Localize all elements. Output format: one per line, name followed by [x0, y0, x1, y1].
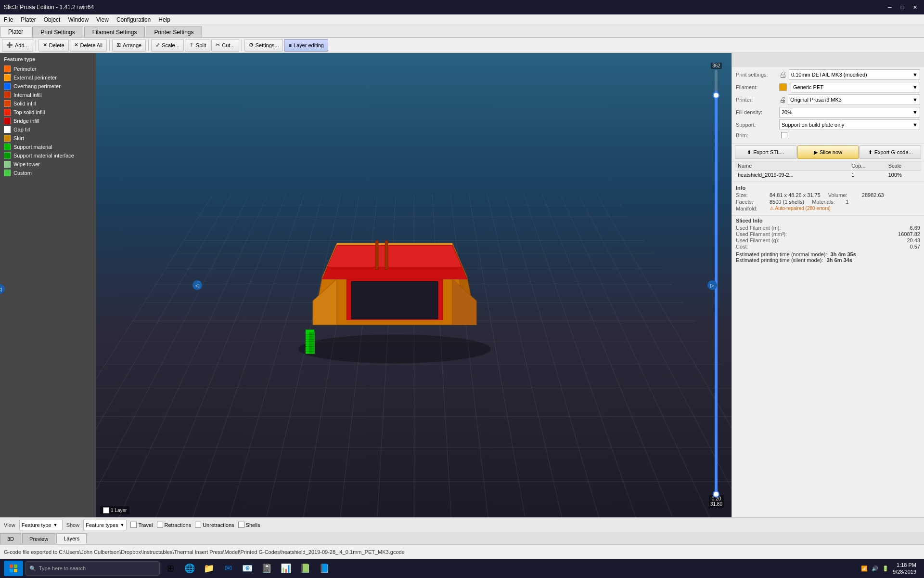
travel-label: Travel	[138, 522, 153, 528]
tab-plater[interactable]: Plater	[0, 26, 31, 37]
cut-button[interactable]: ✂ Cut...	[211, 39, 239, 52]
export-gcode-button[interactable]: ⬆ Export G-code...	[860, 145, 921, 159]
table-row[interactable]: heatshield_2019-09-2... 1 100%	[735, 171, 921, 180]
menu-plater[interactable]: Plater	[17, 14, 39, 25]
sliced-header: Sliced Info	[736, 218, 920, 223]
fill-density-dropdown[interactable]: 20% ▼	[779, 107, 920, 118]
right-blue-pin[interactable]: ▷	[707, 280, 717, 290]
view-type-dropdown[interactable]: Feature type ▼	[19, 520, 63, 530]
menu-file[interactable]: File	[0, 14, 17, 25]
support-dropdown[interactable]: Support on build plate only ▼	[779, 119, 920, 130]
shells-checkbox[interactable]	[238, 522, 244, 528]
powerpoint-app[interactable]: 📊	[277, 560, 295, 577]
feature-item-solid-infill[interactable]: Solid infill	[1, 99, 95, 108]
systray-time-text: 1:18 PM	[893, 562, 916, 568]
arrange-button[interactable]: ⊞ Arrange	[112, 39, 146, 52]
print-settings-icon: 🖨	[779, 70, 787, 79]
tab-bar: Plater Print Settings Filament Settings …	[0, 25, 924, 38]
task-view-button[interactable]: ⊞	[162, 560, 179, 577]
tab-filament-settings[interactable]: Filament Settings	[84, 26, 145, 37]
feature-item-top-solid-infill[interactable]: Top solid infill	[1, 108, 95, 117]
print-profile-dropdown[interactable]: 0.10mm DETAIL MK3 (modified) ▼	[789, 69, 920, 80]
add-button[interactable]: ➕ Add...	[2, 39, 33, 52]
minimize-button[interactable]: ─	[885, 2, 895, 13]
outlook-app[interactable]: 📧	[239, 560, 256, 577]
feature-item-gap-fill[interactable]: Gap fill	[1, 125, 95, 134]
col-name: Name	[735, 161, 848, 171]
travel-checkbox[interactable]	[130, 522, 137, 528]
slice-now-button[interactable]: ▶ Slice now	[797, 145, 859, 159]
taskbar-search[interactable]: 🔍 Type here to search	[25, 561, 160, 576]
settings-icon: ⚙	[249, 42, 254, 48]
menu-window[interactable]: Window	[64, 14, 92, 25]
tab-preview[interactable]: Preview	[22, 533, 55, 544]
tab-printer-settings[interactable]: Printer Settings	[146, 26, 202, 37]
tab-3d[interactable]: 3D	[0, 533, 21, 544]
app-title: Slic3r Prusa Edition - 1.41.2+win64	[4, 4, 885, 11]
filament-dropdown[interactable]: Generic PET ▼	[791, 82, 920, 92]
info-size-row: Size: 84.81 x 48.26 x 31.75 Volume: 2898…	[736, 192, 920, 198]
menu-view[interactable]: View	[92, 14, 113, 25]
unretractions-checkbox-item[interactable]: Unretractions	[195, 522, 234, 528]
feature-item-skirt[interactable]: Skirt	[1, 134, 95, 143]
view-tabs: 3D Preview Layers	[0, 532, 924, 544]
scale-button[interactable]: ⤢ Scale...	[151, 39, 184, 52]
feature-item-custom[interactable]: Custom	[1, 169, 95, 177]
layer-editing-button[interactable]: ≡ Layer editing	[284, 39, 328, 52]
feature-item-overhang-perimeter[interactable]: Overhang perimeter	[1, 82, 95, 91]
materials-label: Materials:	[812, 199, 846, 205]
delete-all-button[interactable]: ✕ Delete All	[70, 39, 107, 52]
left-blue-pin[interactable]: ◁	[192, 280, 202, 290]
network-icon: 📶	[861, 565, 868, 572]
tab-layers[interactable]: Layers	[56, 533, 87, 544]
3d-viewport[interactable]: 362 0.20 31.80 1 Layer ◁ ▷	[96, 53, 732, 517]
retractions-checkbox-item[interactable]: Retractions	[157, 522, 192, 528]
onenote-app[interactable]: 📓	[258, 560, 275, 577]
show-label: Show	[66, 522, 80, 528]
printer-dropdown[interactable]: Original Prusa i3 MK3 ▼	[788, 94, 920, 105]
shells-checkbox-item[interactable]: Shells	[238, 522, 260, 528]
search-icon: 🔍	[29, 565, 36, 572]
split-button[interactable]: ⊤ Split	[185, 39, 210, 52]
settings-button[interactable]: ⚙ Settings...	[244, 39, 283, 52]
feature-item-external-perimeter[interactable]: External perimeter	[1, 73, 95, 82]
feature-item-bridge-infill[interactable]: Bridge infill	[1, 117, 95, 125]
chrome-app[interactable]: 🌐	[181, 560, 198, 577]
right-panel-content[interactable]: Print settings: 🖨 0.10mm DETAIL MK3 (mod…	[732, 66, 924, 517]
layer-top-thumb[interactable]	[713, 92, 719, 99]
cost-label: Cost:	[736, 244, 748, 250]
folder-app[interactable]: 📁	[200, 560, 218, 577]
menu-help[interactable]: Help	[154, 14, 174, 25]
delete-all-icon: ✕	[74, 42, 78, 48]
layer-checkbox[interactable]	[103, 507, 109, 513]
feature-item-perimeter[interactable]: Perimeter	[1, 65, 95, 73]
action-buttons: ⬆ Export STL... ▶ Slice now ⬆ Export G-c…	[732, 144, 924, 161]
mail-app[interactable]: ✉	[219, 560, 237, 577]
close-button[interactable]: ✕	[910, 2, 920, 13]
feature-item-internal-infill[interactable]: Internal infill	[1, 91, 95, 99]
word-app[interactable]: 📘	[316, 560, 333, 577]
tab-print-settings[interactable]: Print Settings	[32, 26, 83, 37]
print-settings-section: Print settings: 🖨 0.10mm DETAIL MK3 (mod…	[732, 66, 924, 144]
printer-icon: 🖨	[779, 96, 786, 104]
show-type-dropdown[interactable]: Feature types ▼	[83, 520, 127, 530]
svg-rect-12	[309, 332, 315, 354]
start-button[interactable]	[4, 561, 23, 576]
layer-max-number: 362	[711, 63, 722, 69]
viewport-bottom-bar: View Feature type ▼ Show Feature types ▼…	[0, 517, 924, 532]
brim-checkbox[interactable]	[781, 132, 787, 138]
menu-object[interactable]: Object	[40, 14, 64, 25]
excel-app[interactable]: 📗	[296, 560, 314, 577]
delete-button[interactable]: ✕ Delete	[38, 39, 69, 52]
retractions-checkbox[interactable]	[157, 522, 163, 528]
menu-configuration[interactable]: Configuration	[113, 14, 154, 25]
feature-item-support-material[interactable]: Support material	[1, 143, 95, 151]
svg-rect-25	[10, 569, 13, 572]
unretractions-checkbox[interactable]	[195, 522, 201, 528]
feature-item-wipe-tower[interactable]: Wipe tower	[1, 160, 95, 169]
travel-checkbox-item[interactable]: Travel	[130, 522, 153, 528]
bottom-controls: View Feature type ▼ Show Feature types ▼…	[0, 517, 924, 559]
maximize-button[interactable]: □	[897, 2, 908, 13]
export-stl-button[interactable]: ⬆ Export STL...	[735, 145, 796, 159]
feature-item-support-material-interface[interactable]: Support material interface	[1, 151, 95, 160]
